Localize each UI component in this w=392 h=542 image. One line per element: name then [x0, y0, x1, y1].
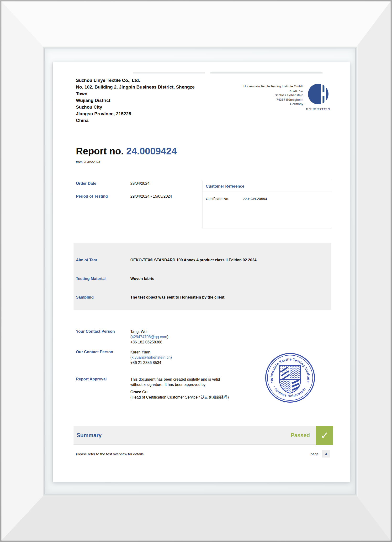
- our-contact-name: Karen Yuan: [130, 350, 172, 355]
- your-contact-phone: +86 182 06258368: [130, 340, 168, 345]
- order-date-value: 29/04/2024: [130, 181, 149, 186]
- check-icon: ✓: [320, 431, 329, 441]
- lab-line: 74357 Bönnigheim: [203, 98, 303, 102]
- our-contact-email-link[interactable]: k.yuan@hohenstein.cn: [131, 355, 170, 359]
- picture-frame: Suzhou Linye Textile Co., Ltd. No. 102, …: [1, 1, 391, 541]
- passed-status: Passed: [291, 432, 310, 439]
- your-contact-email-link[interactable]: 429474708@qq.com: [131, 335, 167, 339]
- summary-bar: Summary Passed: [74, 426, 316, 445]
- report-approval-block: This document has been created digitally…: [130, 377, 243, 400]
- paren: ): [167, 335, 168, 339]
- approver-name: Grace Gu: [130, 390, 243, 395]
- stamp-seal: Hohenstein Textile Testing Institute · S…: [265, 352, 315, 403]
- lab-line: Germany: [203, 102, 303, 106]
- our-contact-email-line: (k.yuan@hohenstein.cn): [130, 355, 172, 360]
- summary-title: Summary: [77, 432, 102, 439]
- hohenstein-h-icon: [308, 84, 328, 104]
- our-contact-phone: +86 21 2356 8534: [130, 360, 172, 365]
- approver-role: (Head of Certification Customer Service …: [130, 395, 243, 400]
- period-of-testing-label: Period of Testing: [76, 194, 108, 199]
- sender-line: China: [76, 117, 248, 124]
- testing-material-value: Woven fabric: [130, 276, 326, 281]
- lab-line: & Co. KG: [203, 89, 303, 93]
- frame-opening: Suzhou Linye Textile Co., Ltd. No. 102, …: [45, 49, 355, 494]
- aim-of-test-label: Aim of Test: [76, 258, 97, 262]
- footer-note: Please refer to the test overview for de…: [76, 452, 145, 456]
- page-label: page: [310, 452, 318, 456]
- your-contact-email-line: (429474708@qq.com): [130, 334, 168, 340]
- test-info-box: Aim of Test OEKO-TEX® STANDARD 100 Annex…: [74, 243, 331, 310]
- period-of-testing-value: 29/04/2024 - 15/05/2024: [130, 194, 172, 199]
- logo-wordmark: HOHENSTEIN: [304, 107, 332, 111]
- framed-scan: Suzhou Linye Textile Co., Ltd. No. 102, …: [0, 0, 392, 542]
- report-page: Suzhou Linye Textile Co., Ltd. No. 102, …: [53, 62, 350, 482]
- order-date-label: Order Date: [76, 181, 96, 186]
- certificate-no-label: Certificate No.: [206, 197, 242, 201]
- sampling-label: Sampling: [76, 295, 94, 299]
- aim-of-test-value: OEKO-TEX® STANDARD 100 Annex 4 product c…: [130, 258, 326, 262]
- scan-artifact: [210, 72, 322, 74]
- hohenstein-logo: HOHENSTEIN: [304, 84, 332, 111]
- report-date: from 20/05/2024: [76, 160, 100, 164]
- customer-reference-box: Customer Reference Certificate No. 22.HC…: [202, 181, 332, 228]
- sender-line: Suzhou Linye Textile Co., Ltd.: [76, 77, 248, 84]
- certificate-no-value: 22.HCN.20594: [243, 197, 267, 201]
- your-contact-block: Tang, Wei (429474708@qq.com) +86 182 062…: [130, 329, 168, 345]
- report-number: 24.0009424: [126, 146, 177, 156]
- your-contact-name: Tang, Wei: [130, 329, 168, 334]
- lab-address: Hohenstein Textile Testing Institute Gmb…: [203, 84, 303, 106]
- paren: ): [170, 355, 172, 359]
- lab-line: Hohenstein Textile Testing Institute Gmb…: [203, 84, 303, 89]
- report-title-prefix: Report no.: [76, 146, 126, 156]
- scan-artifact: [133, 72, 205, 74]
- passed-check-badge: ✓: [316, 426, 333, 445]
- report-title: Report no. 24.0009424: [76, 146, 177, 157]
- approval-text-line: without a signature. It has been approve…: [130, 382, 243, 387]
- sender-line: Jiangsu Province, 215228: [76, 110, 248, 117]
- page-number-badge: 4: [322, 450, 330, 457]
- customer-reference-title: Customer Reference: [202, 181, 332, 191]
- your-contact-label: Your Contact Person: [76, 329, 115, 334]
- report-approval-label: Report Approval: [76, 377, 107, 381]
- our-contact-label: Our Contact Person: [76, 350, 113, 354]
- lab-line: Schloss Hohenstein: [203, 93, 303, 98]
- sampling-value: The test object was sent to Hohenstein b…: [130, 295, 326, 299]
- our-contact-block: Karen Yuan (k.yuan@hohenstein.cn) +86 21…: [130, 350, 172, 365]
- testing-material-label: Testing Material: [76, 276, 105, 281]
- approval-text-line: This document has been created digitally…: [130, 377, 243, 382]
